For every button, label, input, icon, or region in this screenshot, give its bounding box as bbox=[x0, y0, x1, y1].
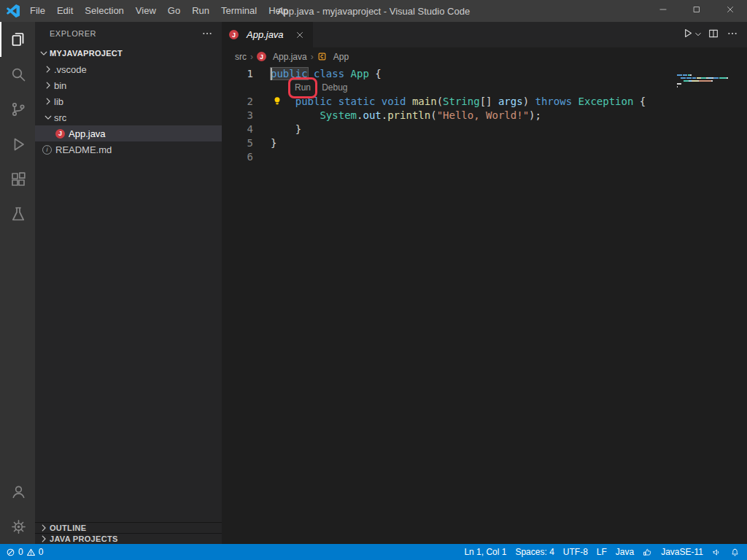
account-icon bbox=[10, 483, 27, 500]
chevron-down-icon bbox=[42, 112, 54, 122]
line-number: 6 bbox=[222, 150, 253, 164]
window-minimize-button[interactable] bbox=[646, 0, 680, 22]
status-notifications[interactable] bbox=[726, 544, 744, 560]
chevron-right-icon bbox=[38, 534, 50, 544]
tree-item-label: src bbox=[54, 112, 66, 123]
files-icon bbox=[9, 31, 27, 48]
tree-item-readme-md[interactable]: iREADME.md bbox=[35, 141, 222, 158]
window-maximize-button[interactable] bbox=[680, 0, 713, 22]
menu-terminal[interactable]: Terminal bbox=[215, 0, 263, 22]
status-indentation[interactable]: Spaces: 4 bbox=[511, 544, 558, 560]
menu-edit[interactable]: Edit bbox=[51, 0, 79, 22]
codelens-debug-link[interactable]: Debug bbox=[322, 81, 347, 95]
activity-search[interactable] bbox=[0, 57, 35, 92]
tree-item-lib[interactable]: lib bbox=[35, 93, 222, 109]
breadcrumb-src[interactable]: src bbox=[235, 52, 247, 62]
breadcrumb: src›JApp.java›App bbox=[222, 47, 747, 66]
breadcrumb-separator: › bbox=[250, 52, 253, 62]
tree-item-label: lib bbox=[54, 96, 63, 107]
chevron-down-icon bbox=[38, 48, 50, 58]
line-number: 3 bbox=[222, 109, 253, 122]
activity-manage[interactable] bbox=[0, 509, 35, 544]
line-number: 4 bbox=[222, 122, 253, 136]
status-encoding[interactable]: UTF-8 bbox=[559, 544, 592, 560]
activity-run-and-debug[interactable] bbox=[0, 127, 35, 162]
sidebar-title: EXPLORER bbox=[50, 29, 96, 38]
more-actions-button[interactable] bbox=[724, 26, 741, 44]
section-java-projects[interactable]: JAVA PROJECTS bbox=[35, 533, 222, 544]
tree-item-label: App.java bbox=[69, 128, 106, 139]
status-language-mode[interactable]: Java bbox=[611, 544, 638, 560]
code-line-6[interactable]: 6 bbox=[222, 150, 747, 164]
class-symbol-icon bbox=[317, 52, 327, 61]
breadcrumb-label: App.java bbox=[273, 52, 307, 62]
tree-item-src[interactable]: src bbox=[35, 109, 222, 125]
line-number: 1 bbox=[222, 67, 253, 81]
status-left: 00 bbox=[0, 544, 47, 560]
status-java-language-status[interactable] bbox=[638, 544, 657, 560]
menu-file[interactable]: File bbox=[24, 0, 51, 22]
minimap[interactable] bbox=[677, 69, 735, 87]
status-java-runtime[interactable]: JavaSE-11 bbox=[657, 544, 708, 560]
sidebar-bottom-sections: OUTLINEJAVA PROJECTS bbox=[35, 522, 222, 544]
status-problems[interactable]: 00 bbox=[1, 544, 47, 560]
chevron-right-icon bbox=[38, 523, 50, 533]
status-label: JavaSE-11 bbox=[661, 547, 703, 557]
java-file-icon: J bbox=[55, 129, 65, 139]
explorer-sidebar: EXPLORER MYJAVAPROJECT.vscodebinlibsrcJA… bbox=[35, 22, 222, 544]
close-icon bbox=[725, 4, 735, 18]
activity-accounts[interactable] bbox=[0, 474, 35, 509]
ellipsis-icon[interactable] bbox=[200, 26, 214, 41]
menu-view[interactable]: View bbox=[130, 0, 162, 22]
section-outline[interactable]: OUTLINE bbox=[35, 522, 222, 533]
split-editor-button[interactable] bbox=[705, 26, 722, 44]
status-label: Ln 1, Col 1 bbox=[464, 547, 506, 557]
lightbulb-icon[interactable] bbox=[272, 96, 282, 109]
tree-root-folder[interactable]: MYJAVAPROJECT bbox=[35, 45, 222, 61]
code-line-3[interactable]: 3 System.out.println("Hello, World!"); bbox=[222, 109, 747, 122]
menu-go[interactable]: Go bbox=[162, 0, 186, 22]
status-eol[interactable]: LF bbox=[592, 544, 611, 560]
ellipsis-icon bbox=[727, 28, 738, 42]
tree-item--vscode[interactable]: .vscode bbox=[35, 61, 222, 77]
activity-testing[interactable] bbox=[0, 197, 35, 232]
breadcrumb-app[interactable]: App bbox=[317, 52, 349, 62]
breadcrumb-app-java[interactable]: JApp.java bbox=[257, 52, 307, 62]
menu-help[interactable]: Help bbox=[263, 0, 294, 22]
activity-extensions[interactable] bbox=[0, 162, 35, 197]
status-bar: 00 Ln 1, Col 1Spaces: 4UTF-8LFJavaJavaSE… bbox=[0, 544, 747, 560]
activity-source-control[interactable] bbox=[0, 92, 35, 127]
menu-bar: FileEditSelectionViewGoRunTerminalHelp bbox=[24, 0, 294, 22]
section-label: JAVA PROJECTS bbox=[50, 534, 118, 543]
menu-run[interactable]: Run bbox=[186, 0, 215, 22]
activity-explorer[interactable] bbox=[0, 22, 35, 57]
menu-selection[interactable]: Selection bbox=[79, 0, 129, 22]
tab-app-java[interactable]: JApp.java bbox=[222, 22, 313, 47]
window-title: App.java - myjavaproject - Visual Studio… bbox=[277, 6, 470, 17]
bell-icon bbox=[730, 548, 740, 557]
section-label: OUTLINE bbox=[50, 524, 86, 532]
code-line-4[interactable]: 4 } bbox=[222, 122, 747, 136]
status-label: UTF-8 bbox=[563, 547, 588, 557]
status-feedback[interactable] bbox=[708, 544, 726, 560]
title-bar: FileEditSelectionViewGoRunTerminalHelp A… bbox=[0, 0, 747, 22]
status-cursor-position[interactable]: Ln 1, Col 1 bbox=[460, 544, 511, 560]
codelens: Run|Debug bbox=[222, 81, 747, 95]
vscode-window: FileEditSelectionViewGoRunTerminalHelp A… bbox=[0, 0, 747, 560]
codelens-run-link[interactable]: Run bbox=[295, 82, 311, 93]
chevron-right-icon bbox=[42, 96, 54, 106]
code-line-5[interactable]: 5} bbox=[222, 136, 747, 150]
code-lines: 1public class App {Run|Debug2 public sta… bbox=[222, 67, 747, 164]
workbench: EXPLORER MYJAVAPROJECT.vscodebinlibsrcJA… bbox=[0, 22, 747, 544]
tab-bar: JApp.java bbox=[222, 22, 747, 47]
window-close-button[interactable] bbox=[713, 0, 747, 22]
tree-item-bin[interactable]: bin bbox=[35, 77, 222, 93]
status-label: LF bbox=[597, 547, 607, 557]
java-file-icon: J bbox=[257, 52, 266, 61]
run-dropdown-button[interactable] bbox=[693, 26, 703, 44]
tree-item-app-java[interactable]: JApp.java bbox=[35, 125, 222, 141]
close-icon[interactable] bbox=[293, 28, 307, 42]
code-editor[interactable]: 1public class App {Run|Debug2 public sta… bbox=[222, 66, 747, 544]
status-label: Java bbox=[616, 547, 634, 557]
info-file-icon: i bbox=[42, 145, 52, 155]
